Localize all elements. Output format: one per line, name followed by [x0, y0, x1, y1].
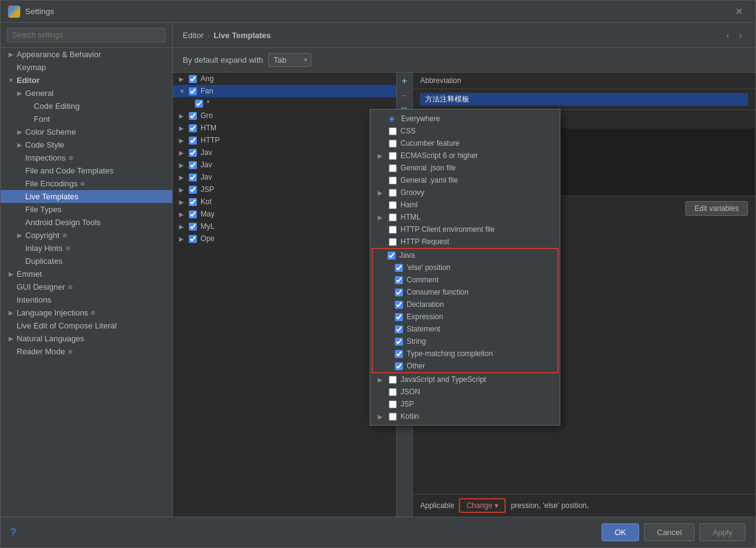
dd-checkbox-json-file[interactable]: [389, 164, 397, 172]
sidebar-item-language-injections[interactable]: ▶ Language Injections ⊕: [1, 306, 172, 319]
sidebar-item-file-types[interactable]: File Types: [1, 203, 172, 216]
dd-checkbox-cucumber[interactable]: [389, 140, 397, 148]
sidebar-item-gui-designer[interactable]: GUI Designer ⊕: [1, 280, 172, 293]
sidebar-item-appearance[interactable]: ▶ Appearance & Behavior: [1, 48, 172, 61]
dd-checkbox-java-string[interactable]: [395, 338, 403, 346]
dd-checkbox-java-declaration[interactable]: [395, 301, 403, 309]
sidebar-item-code-style[interactable]: ▶ Code Style: [1, 138, 172, 151]
tl-checkbox-java3[interactable]: [189, 173, 197, 181]
dd-item-everywhere[interactable]: ◈ Everywhere: [370, 112, 560, 125]
dd-item-kotlin[interactable]: ▶ Kotlin: [370, 410, 560, 423]
tl-checkbox-gro[interactable]: [189, 112, 197, 120]
tl-item-fan[interactable]: ▼ Fan: [173, 85, 412, 97]
sidebar-item-emmet[interactable]: ▶ Emmet: [1, 268, 172, 280]
add-template-button[interactable]: +: [400, 75, 408, 87]
dd-item-yaml-file[interactable]: General .yaml file: [370, 174, 560, 186]
dd-checkbox-http-request[interactable]: [389, 238, 397, 246]
dd-item-java-comment[interactable]: Comment: [373, 274, 557, 286]
sidebar-item-reader-mode[interactable]: Reader Mode ⊕: [1, 345, 172, 358]
dd-checkbox-http-client[interactable]: [389, 226, 397, 234]
dd-item-json[interactable]: JSON: [370, 386, 560, 398]
dd-item-java-statement[interactable]: Statement: [373, 323, 557, 335]
sidebar-item-code-editing[interactable]: Code Editing: [1, 100, 172, 113]
dd-checkbox-groovy[interactable]: [389, 189, 397, 197]
tl-checkbox-jsp[interactable]: [189, 186, 197, 194]
dd-checkbox-json[interactable]: [389, 388, 397, 396]
tl-checkbox-java2[interactable]: [189, 161, 197, 169]
tl-item-fan-star[interactable]: *: [173, 97, 412, 109]
dd-item-haml[interactable]: Haml: [370, 199, 560, 211]
edit-variables-button[interactable]: Edit variables: [685, 201, 748, 216]
sidebar-item-inlay-hints[interactable]: Inlay Hints ⊕: [1, 242, 172, 255]
tl-checkbox-fan-star[interactable]: [195, 100, 203, 108]
dd-item-java-consumer[interactable]: Consumer function: [373, 286, 557, 298]
dd-checkbox-java-expression[interactable]: [395, 313, 403, 321]
dd-item-http-request[interactable]: HTTP Request: [370, 236, 560, 248]
sidebar-item-file-code-templates[interactable]: File and Code Templates: [1, 164, 172, 177]
dd-item-java-else[interactable]: 'else' position: [373, 261, 557, 274]
tl-item-ang[interactable]: ▶ Ang: [173, 73, 412, 85]
dd-checkbox-js-ts[interactable]: [389, 376, 397, 384]
dd-checkbox-kotlin[interactable]: [389, 413, 397, 421]
dd-checkbox-jsp[interactable]: [389, 400, 397, 408]
tl-checkbox-may[interactable]: [189, 210, 197, 218]
dd-checkbox-java-other[interactable]: [395, 362, 403, 370]
dd-item-json-file[interactable]: General .json file: [370, 162, 560, 174]
dd-item-groovy[interactable]: ▶ Groovy: [370, 186, 560, 199]
sidebar-item-file-encodings[interactable]: File Encodings ⊕: [1, 177, 172, 190]
dd-item-html[interactable]: ▶ HTML: [370, 211, 560, 223]
dd-checkbox-haml[interactable]: [389, 201, 397, 209]
tl-checkbox-http[interactable]: [189, 137, 197, 145]
dd-item-jsp[interactable]: JSP: [370, 398, 560, 410]
dd-checkbox-java-else[interactable]: [395, 264, 403, 272]
tl-checkbox-ope[interactable]: [189, 235, 197, 243]
dd-item-java-string[interactable]: String: [373, 335, 557, 347]
sidebar-item-live-edit[interactable]: Live Edit of Compose Literal: [1, 319, 172, 332]
nav-back-button[interactable]: ‹: [723, 29, 733, 41]
dd-item-java-expression[interactable]: Expression: [373, 311, 557, 323]
tl-checkbox-ang[interactable]: [189, 75, 197, 83]
dd-item-java-type-matching[interactable]: Type-matching completion: [373, 347, 557, 360]
search-input[interactable]: [7, 28, 166, 42]
dd-item-js-ts[interactable]: ▶ JavaScript and TypeScript: [370, 373, 560, 386]
dd-item-http-client[interactable]: HTTP Client environment file: [370, 223, 560, 236]
sidebar-item-color-scheme[interactable]: ▶ Color Scheme: [1, 125, 172, 138]
dd-checkbox-java-statement[interactable]: [395, 325, 403, 333]
dd-item-cucumber[interactable]: Cucumber feature: [370, 137, 560, 149]
tl-checkbox-java1[interactable]: [189, 149, 197, 157]
close-button[interactable]: ✕: [730, 3, 748, 20]
dd-checkbox-java-type-matching[interactable]: [395, 350, 403, 358]
change-button[interactable]: Change ▾: [459, 498, 506, 513]
sidebar-item-keymap[interactable]: Keymap: [1, 61, 172, 74]
tl-checkbox-htm[interactable]: [189, 124, 197, 132]
dd-item-java[interactable]: Java: [373, 249, 557, 261]
remove-template-button[interactable]: −: [400, 90, 408, 102]
tl-checkbox-fan[interactable]: [189, 87, 197, 95]
dd-item-css[interactable]: CSS: [370, 125, 560, 137]
nav-forward-button[interactable]: ›: [735, 29, 746, 41]
dd-checkbox-html[interactable]: [389, 213, 397, 221]
dd-item-java-other[interactable]: Other: [373, 360, 557, 372]
sidebar-item-live-templates[interactable]: Live Templates: [1, 190, 172, 203]
dd-checkbox-ecma[interactable]: [389, 152, 397, 160]
apply-button[interactable]: Apply: [699, 523, 746, 541]
dd-checkbox-java[interactable]: [388, 252, 396, 260]
tl-checkbox-myl[interactable]: [189, 223, 197, 231]
expand-dropdown[interactable]: Tab: [268, 53, 311, 67]
help-icon[interactable]: ?: [10, 527, 16, 538]
dd-checkbox-java-comment[interactable]: [395, 276, 403, 284]
tl-checkbox-kot[interactable]: [189, 198, 197, 206]
sidebar-item-inspections[interactable]: Inspections ⊕: [1, 151, 172, 164]
sidebar-item-intentions[interactable]: Intentions: [1, 293, 172, 306]
dd-item-java-declaration[interactable]: Declaration: [373, 298, 557, 311]
dd-item-ecma[interactable]: ▶ ECMAScript 6 or higher: [370, 149, 560, 162]
sidebar-item-font[interactable]: Font: [1, 113, 172, 125]
sidebar-item-editor[interactable]: ▼ Editor: [1, 74, 172, 87]
ok-button[interactable]: OK: [602, 523, 639, 541]
sidebar-item-android-design-tools[interactable]: Android Design Tools: [1, 216, 172, 229]
cancel-button[interactable]: Cancel: [644, 523, 694, 541]
dd-checkbox-yaml-file[interactable]: [389, 177, 397, 185]
sidebar-item-natural-languages[interactable]: ▶ Natural Languages: [1, 332, 172, 345]
dd-checkbox-java-consumer[interactable]: [395, 288, 403, 296]
sidebar-item-general[interactable]: ▶ General: [1, 87, 172, 100]
